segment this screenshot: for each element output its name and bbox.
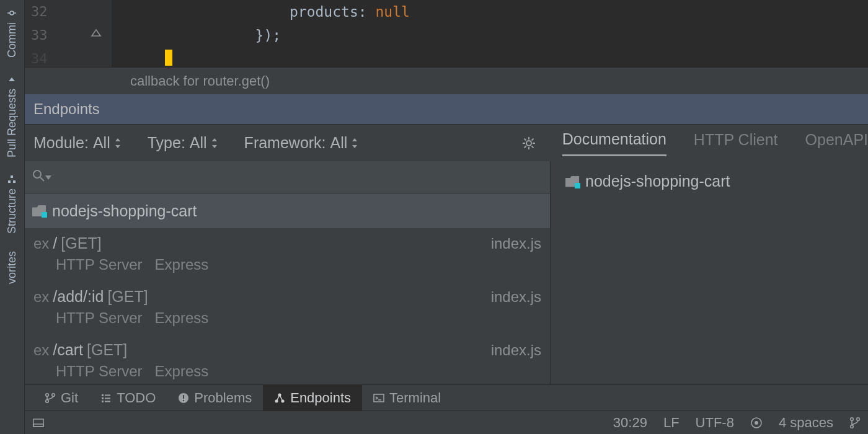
warning-icon xyxy=(178,392,189,404)
tab-documentation[interactable]: Documentation xyxy=(562,130,666,156)
status-indent[interactable]: 4 spaces xyxy=(779,415,833,431)
reader-mode-icon[interactable] xyxy=(750,417,763,429)
svg-point-27 xyxy=(52,393,55,396)
sidebar-tab-pull-requests[interactable]: Pull Requests xyxy=(6,66,19,166)
svg-marker-11 xyxy=(352,138,357,141)
chevron-updown-icon xyxy=(211,138,218,149)
folder-icon xyxy=(565,176,579,187)
pull-request-icon xyxy=(8,75,17,84)
svg-line-21 xyxy=(531,138,533,140)
endpoint-meta: HTTP Server Express xyxy=(33,363,541,380)
chevron-updown-icon xyxy=(114,138,122,149)
endpoint-file: index.js xyxy=(491,342,541,359)
structure-icon xyxy=(8,175,17,184)
endpoint-file: index.js xyxy=(491,235,541,252)
search-input[interactable] xyxy=(57,169,542,185)
bottom-tab-terminal[interactable]: Terminal xyxy=(362,385,452,410)
svg-rect-43 xyxy=(33,424,43,427)
documentation-panel: nodejs-shopping-cart xyxy=(551,161,868,384)
terminal-icon xyxy=(373,392,384,404)
line-number: 34 xyxy=(31,51,48,66)
bottom-tab-git[interactable]: Git xyxy=(33,385,89,410)
project-name: nodejs-shopping-cart xyxy=(52,202,197,220)
endpoints-list: ex/ [GET]index.jsHTTP Server Expressex/a… xyxy=(25,228,550,384)
doc-project-row[interactable]: nodejs-shopping-cart xyxy=(565,172,853,190)
endpoint-path: /add/:id xyxy=(53,288,104,306)
endpoint-path: /cart xyxy=(53,341,83,359)
search-icon xyxy=(32,169,45,185)
windows-layout-icon[interactable] xyxy=(32,417,45,429)
sidebar-tab-structure[interactable]: Structure xyxy=(6,166,19,242)
tab-http-client[interactable]: HTTP Client xyxy=(694,131,778,155)
breadcrumb-label: callback for router.get() xyxy=(130,73,270,89)
sidebar-tab-label: vorites xyxy=(6,251,19,284)
code-editor[interactable]: 32 33 34 products: null }); xyxy=(25,0,868,67)
chevron-updown-icon xyxy=(351,138,358,149)
commit-icon xyxy=(8,9,17,17)
settings-button[interactable] xyxy=(514,136,544,151)
tab-openapi[interactable]: OpenAPI xyxy=(805,131,868,155)
bottom-tab-endpoints[interactable]: Endpoints xyxy=(263,385,362,410)
svg-point-26 xyxy=(46,399,49,402)
bottom-tab-todo[interactable]: TODO xyxy=(89,385,167,410)
bottom-toolbar: Git TODO Problems Endpoints Terminal xyxy=(25,384,868,410)
sidebar-tab-commit[interactable]: Commi xyxy=(6,0,19,66)
git-branch-icon[interactable] xyxy=(849,417,861,429)
svg-marker-7 xyxy=(115,138,120,141)
left-toolbar: Commi Pull Requests Structure vorites xyxy=(0,0,25,434)
endpoint-path: / xyxy=(53,234,57,252)
code-line: }); xyxy=(118,27,281,43)
endpoint-row[interactable]: ex/cart [GET]index.jsHTTP Server Express xyxy=(25,335,550,384)
status-line-separator[interactable]: LF xyxy=(663,415,680,431)
endpoint-file: index.js xyxy=(491,288,541,306)
svg-marker-24 xyxy=(45,175,51,180)
status-encoding[interactable]: UTF-8 xyxy=(696,415,734,431)
gear-icon xyxy=(521,136,536,151)
breadcrumb[interactable]: callback for router.get() xyxy=(25,67,868,94)
endpoints-icon xyxy=(274,392,285,404)
endpoint-method: [GET] xyxy=(61,234,101,252)
chevron-down-icon[interactable] xyxy=(45,174,52,181)
svg-line-20 xyxy=(524,146,526,148)
endpoint-row[interactable]: ex/ [GET]index.jsHTTP Server Express xyxy=(25,228,550,281)
sidebar-tab-label: Pull Requests xyxy=(6,89,19,157)
svg-point-22 xyxy=(33,170,41,178)
folder-icon xyxy=(32,205,46,216)
svg-point-13 xyxy=(526,141,531,146)
code-line: products: null xyxy=(118,4,410,20)
endpoint-method: [GET] xyxy=(87,341,127,359)
status-bar: 30:29 LF UTF-8 4 spaces xyxy=(25,410,868,434)
fold-icon[interactable] xyxy=(89,27,103,41)
endpoint-meta: HTTP Server Express xyxy=(33,309,541,327)
svg-line-18 xyxy=(524,138,526,140)
svg-rect-5 xyxy=(11,175,14,178)
svg-point-46 xyxy=(851,417,854,420)
svg-line-19 xyxy=(531,146,533,148)
svg-rect-3 xyxy=(9,180,11,183)
bottom-tab-problems[interactable]: Problems xyxy=(167,385,263,410)
svg-point-0 xyxy=(11,11,14,15)
svg-rect-30 xyxy=(102,401,104,402)
svg-point-47 xyxy=(851,425,854,428)
sidebar-tab-label: Structure xyxy=(6,188,19,234)
svg-rect-28 xyxy=(102,394,104,396)
filter-framework[interactable]: Framework: All xyxy=(244,134,359,152)
svg-point-45 xyxy=(755,421,758,425)
svg-marker-8 xyxy=(115,145,120,148)
endpoints-filter-bar: Module: All Type: All Framework: All Doc… xyxy=(25,124,868,161)
filter-module[interactable]: Module: All xyxy=(33,134,122,152)
endpoint-row[interactable]: ex/add/:id [GET]index.jsHTTP Server Expr… xyxy=(25,281,550,335)
endpoints-project-row[interactable]: nodejs-shopping-cart xyxy=(25,193,550,228)
filter-type[interactable]: Type: All xyxy=(148,134,218,152)
svg-marker-12 xyxy=(352,145,357,148)
svg-rect-4 xyxy=(14,180,16,183)
svg-marker-6 xyxy=(92,30,100,36)
endpoints-search[interactable] xyxy=(25,161,550,193)
svg-rect-36 xyxy=(183,400,184,401)
endpoint-prefix: ex xyxy=(33,342,49,359)
svg-rect-40 xyxy=(374,394,384,402)
sidebar-tab-favorites[interactable]: vorites xyxy=(6,242,19,293)
svg-rect-29 xyxy=(102,397,104,399)
endpoint-prefix: ex xyxy=(33,235,49,252)
status-cursor[interactable]: 30:29 xyxy=(613,415,647,431)
